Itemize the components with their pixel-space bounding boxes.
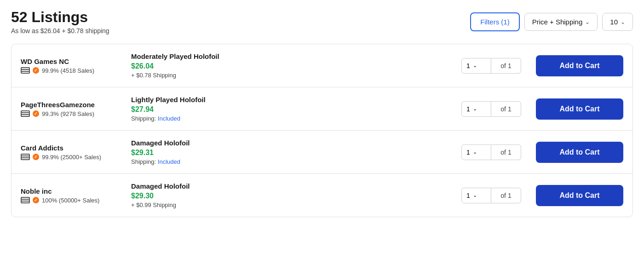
of-count: of 1	[491, 144, 521, 160]
chevron-down-icon: ⌄	[473, 149, 477, 155]
price: $27.94	[131, 105, 452, 114]
condition-name: Lightly Played Holofoil	[131, 96, 452, 104]
condition-name: Moderately Played Holofoil	[131, 52, 452, 60]
qty-value: 1	[466, 62, 470, 69]
table-row: WD Games NC ✓ 99.9% (4518 Sales) Moderat…	[12, 44, 632, 87]
condition-name: Damaged Holofoil	[131, 139, 452, 147]
add-to-cart-button[interactable]: Add to Cart	[536, 185, 623, 206]
seller-icon	[21, 154, 30, 160]
seller-name: Noble inc	[21, 187, 122, 195]
seller-meta: ✓ 100% (50000+ Sales)	[21, 197, 122, 204]
qty-value: 1	[466, 192, 470, 199]
of-count: of 1	[491, 58, 521, 74]
seller-info: PageThreesGamezone ✓ 99.3% (9278 Sales)	[21, 101, 122, 117]
seller-badge-icon: ✓	[33, 197, 39, 203]
seller-rating: 100% (50000+ Sales)	[42, 197, 99, 204]
add-to-cart-button[interactable]: Add to Cart	[536, 55, 623, 76]
quantity-select[interactable]: 1 ⌄	[461, 144, 491, 160]
seller-info: Noble inc ✓ 100% (50000+ Sales)	[21, 187, 122, 204]
condition-info: Damaged Holofoil $29.31 Shipping: Includ…	[131, 139, 452, 165]
price: $29.30	[131, 192, 452, 200]
shipping-label: Shipping: Included	[131, 158, 180, 165]
seller-icon	[21, 197, 30, 203]
listings-header: 52 Listings As low as $26.04 + $0.78 shi…	[11, 9, 633, 35]
qty-value: 1	[466, 105, 470, 113]
seller-icon	[21, 110, 30, 117]
quantity-wrapper: 1 ⌄ of 1	[461, 188, 521, 203]
seller-meta: ✓ 99.9% (25000+ Sales)	[21, 154, 122, 161]
seller-badge-icon: ✓	[33, 67, 39, 74]
per-page-button[interactable]: 10 ⌄	[602, 13, 633, 31]
chevron-down-icon: ⌄	[621, 19, 625, 25]
header-left: 52 Listings As low as $26.04 + $0.78 shi…	[11, 9, 109, 35]
sort-label: Price + Shipping	[532, 18, 583, 26]
seller-info: WD Games NC ✓ 99.9% (4518 Sales)	[21, 58, 122, 74]
quantity-select[interactable]: 1 ⌄	[461, 101, 491, 117]
page-wrapper: 52 Listings As low as $26.04 + $0.78 shi…	[0, 0, 644, 226]
add-to-cart-button[interactable]: Add to Cart	[536, 142, 623, 163]
seller-meta: ✓ 99.3% (9278 Sales)	[21, 110, 122, 117]
listings-subtitle: As low as $26.04 + $0.78 shipping	[11, 27, 109, 35]
table-row: PageThreesGamezone ✓ 99.3% (9278 Sales) …	[12, 87, 632, 131]
chevron-down-icon: ⌄	[473, 63, 477, 69]
condition-info: Damaged Holofoil $29.30 + $0.99 Shipping	[131, 182, 452, 208]
seller-rating: 99.9% (25000+ Sales)	[42, 154, 101, 161]
seller-name: WD Games NC	[21, 58, 122, 65]
seller-rating: 99.3% (9278 Sales)	[42, 110, 94, 117]
shipping-label: + $0.78 Shipping	[131, 72, 176, 79]
price: $26.04	[131, 62, 452, 70]
of-count: of 1	[491, 188, 521, 203]
seller-icon	[21, 67, 30, 74]
seller-name: PageThreesGamezone	[21, 101, 122, 109]
qty-value: 1	[466, 149, 470, 156]
shipping-included-label: Included	[158, 115, 180, 122]
shipping-label: + $0.99 Shipping	[131, 202, 176, 208]
quantity-wrapper: 1 ⌄ of 1	[461, 101, 521, 117]
shipping-included-label: Included	[158, 158, 180, 165]
chevron-down-icon: ⌄	[473, 106, 477, 112]
add-to-cart-button[interactable]: Add to Cart	[536, 98, 623, 120]
listings-title: 52 Listings	[11, 9, 109, 25]
condition-info: Moderately Played Holofoil $26.04 + $0.7…	[131, 52, 452, 79]
table-row: Noble inc ✓ 100% (50000+ Sales) Damaged …	[12, 174, 632, 217]
price: $29.31	[131, 149, 452, 157]
shipping-label: Shipping: Included	[131, 115, 180, 122]
per-page-label: 10	[610, 18, 618, 26]
listings-table: WD Games NC ✓ 99.9% (4518 Sales) Moderat…	[11, 44, 633, 217]
sort-button[interactable]: Price + Shipping ⌄	[524, 13, 598, 31]
chevron-down-icon: ⌄	[585, 19, 590, 25]
seller-rating: 99.9% (4518 Sales)	[42, 67, 94, 74]
seller-badge-icon: ✓	[33, 110, 39, 117]
quantity-wrapper: 1 ⌄ of 1	[461, 144, 521, 160]
seller-name: Card Addicts	[21, 144, 122, 152]
seller-info: Card Addicts ✓ 99.9% (25000+ Sales)	[21, 144, 122, 161]
quantity-select[interactable]: 1 ⌄	[461, 188, 491, 203]
quantity-wrapper: 1 ⌄ of 1	[461, 58, 521, 74]
chevron-down-icon: ⌄	[473, 192, 477, 198]
condition-name: Damaged Holofoil	[131, 182, 452, 190]
seller-meta: ✓ 99.9% (4518 Sales)	[21, 67, 122, 74]
quantity-select[interactable]: 1 ⌄	[461, 58, 491, 74]
table-row: Card Addicts ✓ 99.9% (25000+ Sales) Dama…	[12, 131, 632, 174]
condition-info: Lightly Played Holofoil $27.94 Shipping:…	[131, 96, 452, 122]
of-count: of 1	[491, 101, 521, 117]
header-controls: Filters (1) Price + Shipping ⌄ 10 ⌄	[470, 12, 633, 31]
filters-button[interactable]: Filters (1)	[470, 12, 519, 31]
seller-badge-icon: ✓	[33, 154, 39, 160]
